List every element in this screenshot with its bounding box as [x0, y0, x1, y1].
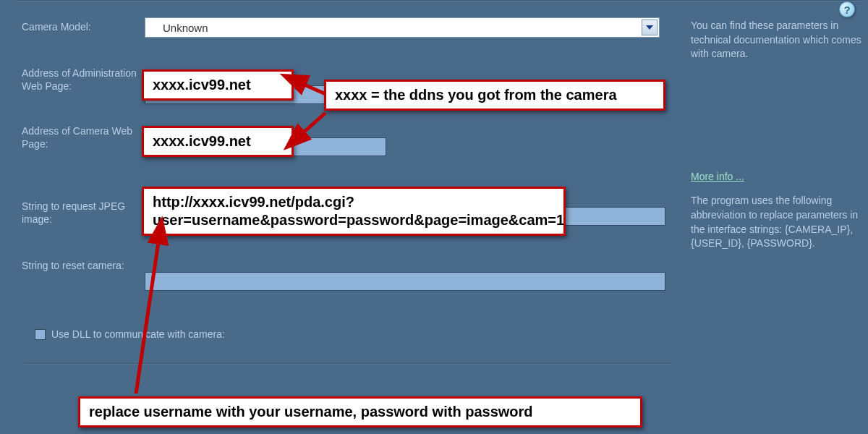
side-tip-parameters: You can find these parameters in technic…	[691, 19, 864, 61]
label-camera-model: Camera Model:	[22, 20, 141, 33]
camera-model-value: Unknown	[163, 22, 208, 34]
svg-line-2	[136, 237, 159, 393]
settings-panel: ? Camera Model: Unknown Address of Admin…	[7, 0, 861, 434]
callout-admin-address: xxxx.icv99.net	[142, 69, 294, 101]
side-help-area: You can find these parameters in technic…	[691, 0, 864, 251]
svg-line-1	[299, 113, 326, 136]
label-admin-address: Address of Administration Web Page:	[22, 67, 141, 93]
svg-line-0	[299, 82, 326, 94]
more-info-link[interactable]: More info ...	[691, 171, 744, 182]
callout-camera-address-text: xxxx.icv99.net	[153, 133, 251, 149]
reset-string-input[interactable]	[145, 272, 665, 291]
arrow-icon	[129, 231, 172, 398]
callout-ddns-note-text: xxxx = the ddns you got from the camera	[335, 87, 617, 103]
use-dll-checkbox[interactable]	[35, 329, 46, 340]
arrow-icon	[294, 109, 337, 145]
camera-model-select[interactable]: Unknown	[145, 17, 660, 38]
arrow-icon	[294, 72, 337, 101]
label-jpeg-request: String to request JPEG image:	[22, 200, 141, 226]
label-camera-address: Address of Camera Web Page:	[22, 124, 141, 150]
callout-ddns-note: xxxx = the ddns you got from the camera	[324, 80, 665, 111]
callout-jpeg-url: http://xxxx.icv99.net/pda.cgi?user=usern…	[142, 187, 566, 236]
callout-jpeg-url-text: http://xxxx.icv99.net/pda.cgi?user=usern…	[153, 194, 564, 228]
chevron-down-icon[interactable]	[642, 20, 658, 35]
callout-admin-address-text: xxxx.icv99.net	[153, 77, 251, 93]
side-tip-abbreviation: The program uses the following abbreviat…	[691, 194, 864, 250]
label-reset-string: String to reset camera:	[22, 259, 141, 272]
callout-camera-address: xxxx.icv99.net	[142, 126, 294, 157]
panel-section-divider	[25, 363, 673, 365]
callout-replace-note: replace username with your username, pas…	[78, 396, 642, 427]
callout-replace-note-text: replace username with your username, pas…	[89, 404, 533, 420]
